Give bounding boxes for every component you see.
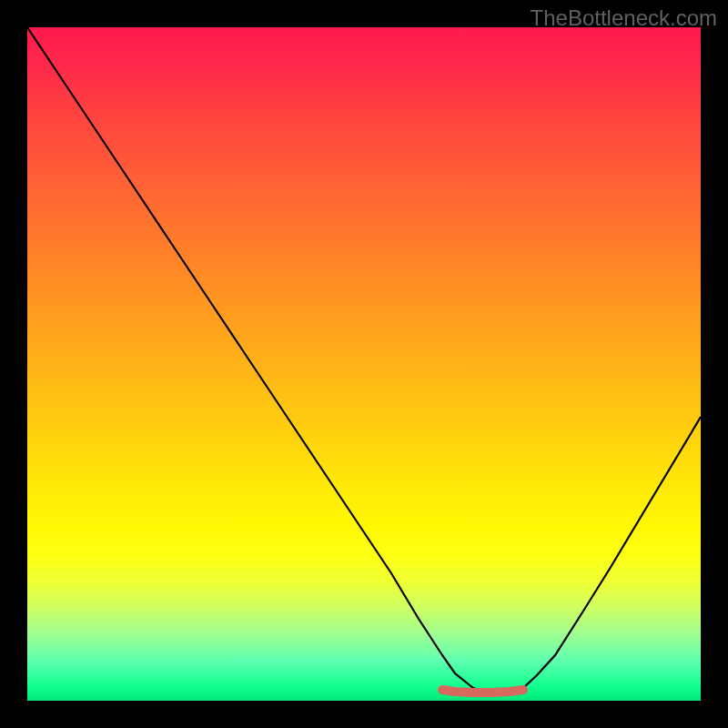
optimum-flat-line [442,690,523,693]
bottleneck-curve-line [27,27,701,693]
bottleneck-chart [27,27,701,701]
watermark-text: TheBottleneck.com [531,5,717,31]
